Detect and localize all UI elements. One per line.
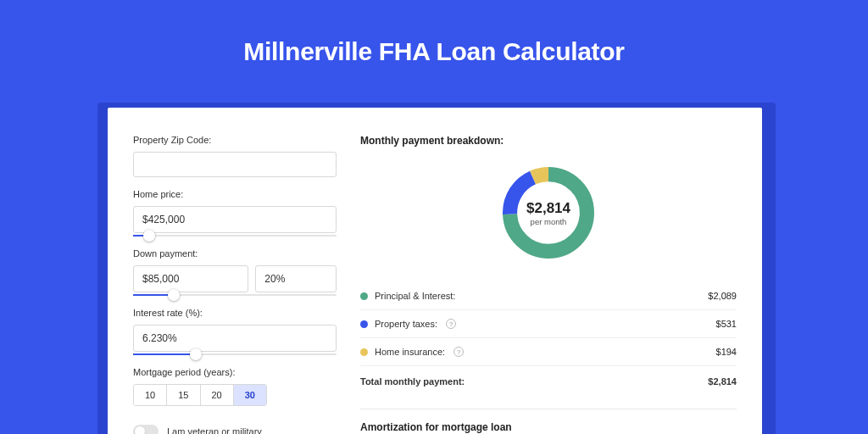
period-button-30[interactable]: 30 — [234, 385, 266, 405]
dot-green-icon — [360, 292, 368, 300]
legend-row-principal: Principal & Interest: $2,089 — [360, 282, 737, 310]
legend-value: $531 — [716, 319, 737, 329]
donut-chart: $2,814 per month — [360, 147, 737, 282]
calculator-card: Property Zip Code: Home price: Down paym… — [108, 108, 762, 434]
legend-row-taxes: Property taxes: ? $531 — [360, 310, 737, 338]
period-buttons: 10152030 — [133, 384, 267, 406]
legend-value: $2,089 — [708, 291, 737, 301]
interest-rate-slider[interactable] — [133, 353, 337, 355]
page-title: Millnerville FHA Loan Calculator — [0, 0, 868, 66]
zip-input[interactable] — [133, 152, 337, 177]
legend-row-total: Total monthly payment: $2,814 — [360, 366, 737, 395]
down-payment-slider[interactable] — [133, 294, 337, 296]
donut-sub: per month — [531, 217, 567, 226]
total-label: Total monthly payment: — [360, 376, 465, 387]
dot-blue-icon — [360, 320, 368, 328]
slider-thumb-icon[interactable] — [143, 230, 155, 242]
total-value: $2,814 — [708, 376, 737, 387]
legend-label: Principal & Interest: — [375, 291, 455, 301]
slider-thumb-icon[interactable] — [190, 348, 202, 360]
divider — [360, 409, 737, 409]
period-button-15[interactable]: 15 — [167, 385, 200, 405]
form-column: Property Zip Code: Home price: Down paym… — [133, 128, 337, 434]
period-label: Mortgage period (years): — [133, 367, 337, 377]
breakdown-title: Monthly payment breakdown: — [360, 135, 737, 147]
home-price-slider[interactable] — [133, 235, 337, 236]
veteran-toggle[interactable] — [133, 425, 159, 434]
home-price-input[interactable] — [133, 206, 337, 233]
legend-row-insurance: Home insurance: ? $194 — [360, 338, 737, 366]
legend-value: $194 — [716, 347, 737, 357]
interest-rate-input[interactable] — [133, 325, 337, 352]
donut-value: $2,814 — [526, 200, 570, 217]
period-button-10[interactable]: 10 — [134, 385, 167, 405]
help-icon[interactable]: ? — [453, 347, 464, 357]
amortization-title: Amortization for mortgage loan — [360, 421, 737, 433]
legend-label: Property taxes: — [375, 319, 437, 329]
slider-thumb-icon[interactable] — [168, 289, 180, 301]
down-payment-label: Down payment: — [133, 248, 337, 259]
veteran-label: I am veteran or military — [167, 426, 262, 434]
home-price-label: Home price: — [133, 189, 337, 199]
legend-label: Home insurance: — [375, 347, 445, 357]
interest-rate-label: Interest rate (%): — [133, 308, 337, 318]
zip-label: Property Zip Code: — [133, 135, 337, 145]
breakdown-column: Monthly payment breakdown: $2,814 per mo… — [360, 128, 737, 434]
help-icon[interactable]: ? — [446, 319, 456, 329]
down-payment-input[interactable] — [133, 265, 248, 292]
period-button-20[interactable]: 20 — [201, 385, 234, 405]
down-payment-pct-input[interactable] — [255, 265, 337, 292]
dot-yellow-icon — [360, 348, 368, 356]
